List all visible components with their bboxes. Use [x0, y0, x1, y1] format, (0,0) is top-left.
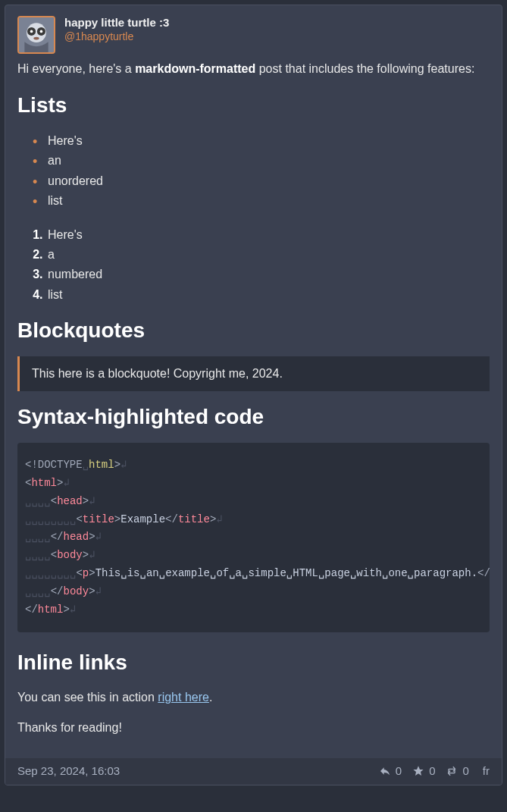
favorite-count: 0 [429, 764, 435, 777]
avatar[interactable] [17, 16, 55, 54]
svg-point-6 [33, 37, 39, 40]
post-header: happy little turtle :3 @1happyturtle [5, 5, 502, 60]
list-item: Here's [46, 225, 490, 245]
list-item: Here's [33, 131, 490, 151]
links-suffix: . [209, 691, 212, 704]
intro-bold: markdown-formatted [135, 62, 255, 75]
heading-code: Syntax-highlighted code [17, 405, 490, 429]
timestamp[interactable]: Sep 23, 2024, 16:03 [17, 764, 120, 777]
svg-point-5 [40, 30, 43, 33]
reply-icon [379, 765, 391, 777]
svg-point-4 [30, 30, 33, 33]
favorite-button[interactable]: 0 [412, 764, 435, 777]
list-item: a [46, 245, 490, 265]
language-badge: fr [483, 764, 490, 777]
boost-button[interactable]: 0 [446, 764, 468, 777]
post-content: Hi everyone, here's a markdown-formatted… [5, 60, 502, 758]
post-card: happy little turtle :3 @1happyturtle Hi … [5, 5, 502, 785]
reply-button[interactable]: 0 [379, 764, 402, 777]
intro-text: Hi everyone, here's a markdown-formatted… [17, 60, 490, 78]
avatar-image [19, 17, 54, 52]
ordered-list: Here's a numbered list [17, 225, 490, 306]
links-paragraph: You can see this in action right here. [17, 688, 490, 707]
list-item: numbered [46, 265, 490, 284]
unordered-list: Here's an unordered list [17, 131, 490, 212]
blockquote: This here is a blockquote! Copyright me,… [17, 356, 490, 391]
list-item: list [33, 191, 490, 211]
reply-count: 0 [396, 764, 402, 777]
inline-link[interactable]: right here [158, 691, 209, 704]
heading-lists: Lists [17, 93, 490, 118]
heading-links: Inline links [17, 651, 490, 675]
intro-prefix: Hi everyone, here's a [17, 62, 135, 75]
list-item: list [46, 285, 490, 305]
user-info: happy little turtle :3 @1happyturtle [64, 16, 169, 42]
boost-icon [446, 765, 458, 777]
thanks-text: Thanks for reading! [17, 719, 490, 737]
intro-suffix: post that includes the following feature… [255, 62, 474, 75]
star-icon [412, 765, 424, 777]
user-handle[interactable]: @1happyturtle [64, 30, 169, 42]
boost-count: 0 [462, 764, 468, 777]
heading-blockquotes: Blockquotes [17, 318, 490, 343]
list-item: unordered [33, 171, 490, 191]
post-footer: Sep 23, 2024, 16:03 0 0 0 fr [5, 758, 502, 785]
display-name[interactable]: happy little turtle :3 [64, 16, 169, 29]
links-prefix: You can see this in action [17, 691, 158, 704]
code-block: <!DOCTYPE␣html>↲ <html>↲ ␣␣␣␣<head>↲ ␣␣␣… [17, 443, 490, 632]
list-item: an [33, 151, 490, 171]
